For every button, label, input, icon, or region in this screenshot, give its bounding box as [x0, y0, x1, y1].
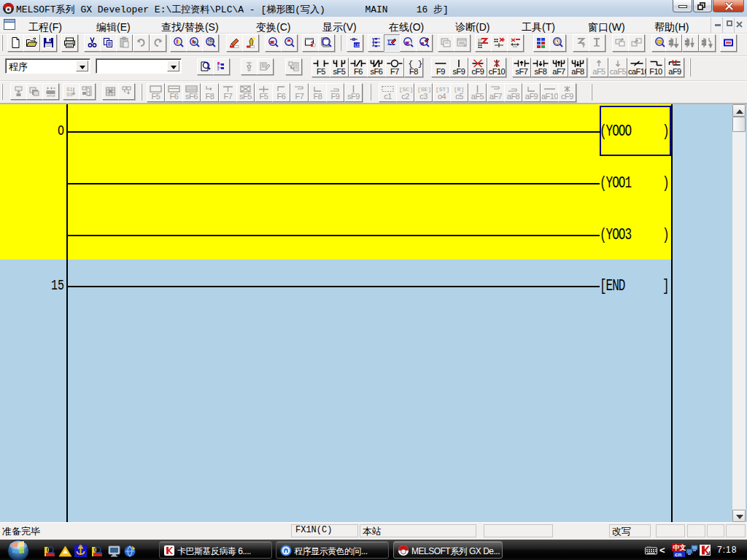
- svg-text:LD: LD: [355, 43, 360, 47]
- svg-text:cn: cn: [675, 551, 681, 558]
- svg-text:S1: S1: [66, 87, 73, 92]
- svg-text:17: 17: [478, 38, 482, 42]
- svg-text:error: error: [47, 93, 55, 98]
- svg-text:中文: 中文: [673, 544, 686, 551]
- svg-text:<>: <>: [513, 44, 517, 49]
- svg-text:123: 123: [208, 42, 214, 45]
- svg-text:S9: S9: [66, 92, 73, 97]
